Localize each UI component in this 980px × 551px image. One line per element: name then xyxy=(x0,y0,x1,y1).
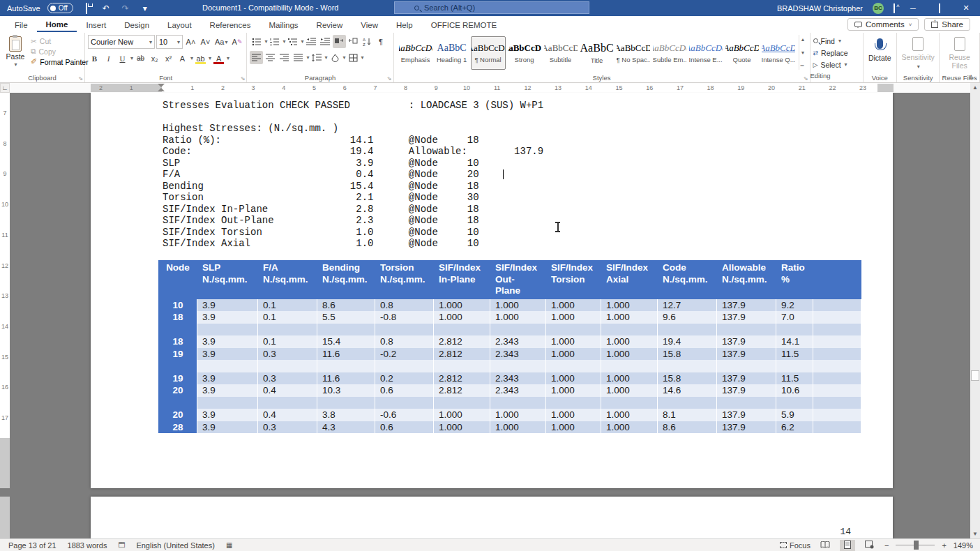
tab-design[interactable]: Design xyxy=(115,18,158,31)
font-color-button[interactable]: A xyxy=(212,52,225,65)
tab-home[interactable]: Home xyxy=(37,17,77,32)
first-line-indent-marker[interactable] xyxy=(158,84,165,87)
tab-review[interactable]: Review xyxy=(308,18,352,31)
tab-office-remote[interactable]: OFFICE REMOTE xyxy=(422,18,506,31)
document-text[interactable]: Stresses Evaluation CHECK PASSED : LOADC… xyxy=(163,100,543,250)
zoom-in-button[interactable]: + xyxy=(942,541,946,550)
tab-view[interactable]: View xyxy=(352,18,387,31)
tab-help[interactable]: Help xyxy=(387,18,422,31)
style-emphasis[interactable]: AaBbCcDcEmphasis xyxy=(398,36,433,70)
highlight-dropdown-icon[interactable]: ▾ xyxy=(209,55,211,61)
collapse-ribbon-icon[interactable]: ˄ xyxy=(969,73,973,81)
page-14[interactable]: 14 xyxy=(91,497,893,538)
clear-formatting-button[interactable]: A✎ xyxy=(230,36,243,49)
format-painter-button[interactable]: ✐Format Painter xyxy=(31,57,82,66)
numbering-button[interactable] xyxy=(269,35,282,48)
close-button[interactable]: ✕ xyxy=(958,3,974,13)
zoom-out-button[interactable]: − xyxy=(884,541,889,550)
save-icon[interactable] xyxy=(80,3,93,13)
table-row[interactable]: 203.90.43.8-0.61.0001.0001.0001.0008.113… xyxy=(158,409,861,421)
undo-icon[interactable]: ↶ xyxy=(100,3,112,13)
font-name-combo[interactable]: Courier New▾ xyxy=(88,35,155,49)
style-intense-e[interactable]: AaBbCcDcIntense E... xyxy=(688,36,723,70)
zoom-slider-thumb[interactable] xyxy=(914,541,919,550)
dictate-button[interactable]: Dictate xyxy=(866,35,894,62)
paste-dropdown-icon[interactable]: ▾ xyxy=(14,61,17,68)
web-layout-button[interactable] xyxy=(862,540,877,551)
style-title[interactable]: AaBbCTitle xyxy=(580,36,615,70)
table-spacer-row[interactable] xyxy=(158,397,861,409)
tab-selector[interactable]: ∟ xyxy=(0,83,10,93)
style-subtitle[interactable]: AaBbCcDSubtitle xyxy=(543,36,578,70)
horizontal-ruler-right-margin[interactable] xyxy=(877,84,894,92)
left-to-right-button[interactable] xyxy=(333,35,346,48)
justify-button[interactable] xyxy=(292,51,305,64)
language-indicator[interactable]: English (United States) xyxy=(136,541,215,550)
style-quote[interactable]: AaBbCcDQuote xyxy=(725,36,760,70)
zoom-level[interactable]: 149% xyxy=(953,541,973,550)
tab-mailings[interactable]: Mailings xyxy=(259,18,307,31)
table-row[interactable]: 103.90.18.60.81.0001.0001.0001.00012.713… xyxy=(158,299,861,312)
proofing-errors-icon[interactable]: 🗔 xyxy=(118,541,125,549)
hanging-indent-marker[interactable] xyxy=(158,88,165,91)
style-strong[interactable]: AaBbCcDdStrong xyxy=(507,36,542,70)
minimize-button[interactable]: ─ xyxy=(905,4,921,13)
tab-file[interactable]: File xyxy=(6,18,37,31)
horizontal-ruler[interactable]: 1234567891011121314151617181920212223 xyxy=(162,84,877,92)
show-formatting-marks-button[interactable]: ¶ xyxy=(375,35,388,48)
style-normal[interactable]: AaBbCcDc¶ Normal xyxy=(471,36,506,70)
word-count[interactable]: 1883 words xyxy=(68,541,107,550)
multilevel-list-button[interactable] xyxy=(287,35,300,48)
change-case-button[interactable]: Aa▾ xyxy=(213,36,229,49)
tab-references[interactable]: References xyxy=(201,18,260,31)
paragraph-dialog-launcher-icon[interactable]: ⇘ xyxy=(387,75,392,82)
clipboard-dialog-launcher-icon[interactable]: ⇘ xyxy=(78,75,83,82)
font-dialog-launcher-icon[interactable]: ⇘ xyxy=(241,75,246,82)
bold-button[interactable]: B xyxy=(88,52,101,65)
table-row[interactable]: 193.90.311.6-0.22.8122.3431.0001.00015.8… xyxy=(158,348,861,361)
underline-dropdown-icon[interactable]: ▾ xyxy=(130,55,133,61)
focus-mode-button[interactable]: Focus xyxy=(780,541,811,550)
table-row[interactable]: 183.90.115.40.82.8122.3431.0001.00019.41… xyxy=(158,335,861,348)
strikethrough-button[interactable]: ab xyxy=(134,52,147,65)
restore-button[interactable] xyxy=(931,4,948,13)
styles-scroll-down-icon[interactable]: ▼ xyxy=(801,50,806,55)
styles-scroll-up-icon[interactable]: ▲ xyxy=(801,37,806,42)
zoom-slider[interactable] xyxy=(896,545,935,545)
paste-button[interactable]: Paste ▾ xyxy=(3,35,28,68)
style-subtle-em[interactable]: AaBbCcDcSubtle Em... xyxy=(652,36,687,70)
bullets-button[interactable] xyxy=(250,35,263,48)
horizontal-ruler-left-margin[interactable]: 21 xyxy=(91,84,162,92)
table-spacer-row[interactable] xyxy=(158,324,861,336)
styles-gallery-more-icon[interactable]: ═ xyxy=(801,63,806,68)
styles-gallery-scroll[interactable]: ▲ ▼ ═ xyxy=(799,35,807,70)
tab-layout[interactable]: Layout xyxy=(158,18,201,31)
stress-results-table[interactable]: NodeSLP N./sq.mm.F/A N./sq.mm.Bending N.… xyxy=(158,260,861,433)
grow-font-button[interactable]: A˄ xyxy=(184,36,197,49)
ribbon-display-options-icon[interactable] xyxy=(894,4,895,13)
tab-insert[interactable]: Insert xyxy=(77,18,115,31)
accessibility-checker-icon[interactable]: ▦ xyxy=(226,541,232,549)
styles-dialog-launcher-icon[interactable]: ⇘ xyxy=(804,75,808,82)
font-size-combo[interactable]: 10▾ xyxy=(156,35,183,49)
decrease-indent-button[interactable] xyxy=(305,35,318,48)
italic-button[interactable]: I xyxy=(102,52,115,65)
search-input[interactable]: Search (Alt+Q) xyxy=(394,1,589,14)
vertical-scrollbar[interactable]: ▲ ▼ xyxy=(970,83,980,538)
font-color-dropdown-icon[interactable]: ▾ xyxy=(227,55,229,61)
borders-button[interactable] xyxy=(347,51,360,64)
superscript-button[interactable]: x² xyxy=(162,52,175,65)
scroll-up-icon[interactable]: ▲ xyxy=(970,84,980,91)
page-indicator[interactable]: Page 13 of 21 xyxy=(8,541,56,550)
page-13[interactable]: Stresses Evaluation CHECK PASSED : LOADC… xyxy=(91,93,893,488)
scrollbar-thumb[interactable] xyxy=(971,370,979,381)
align-center-button[interactable] xyxy=(264,51,277,64)
avatar[interactable]: BC xyxy=(873,3,884,14)
table-row[interactable]: 203.90.410.30.62.8122.3431.0001.00014.61… xyxy=(158,384,861,397)
subscript-button[interactable]: x₂ xyxy=(148,52,161,65)
user-name[interactable]: BRADSHAW Christopher xyxy=(777,4,863,13)
read-mode-button[interactable] xyxy=(817,541,833,550)
table-row[interactable]: 183.90.15.5-0.81.0001.0001.0001.0009.613… xyxy=(158,311,861,324)
highlight-button[interactable]: ab xyxy=(194,52,207,65)
vertical-ruler[interactable]: 7891011121314151617 xyxy=(0,93,10,538)
